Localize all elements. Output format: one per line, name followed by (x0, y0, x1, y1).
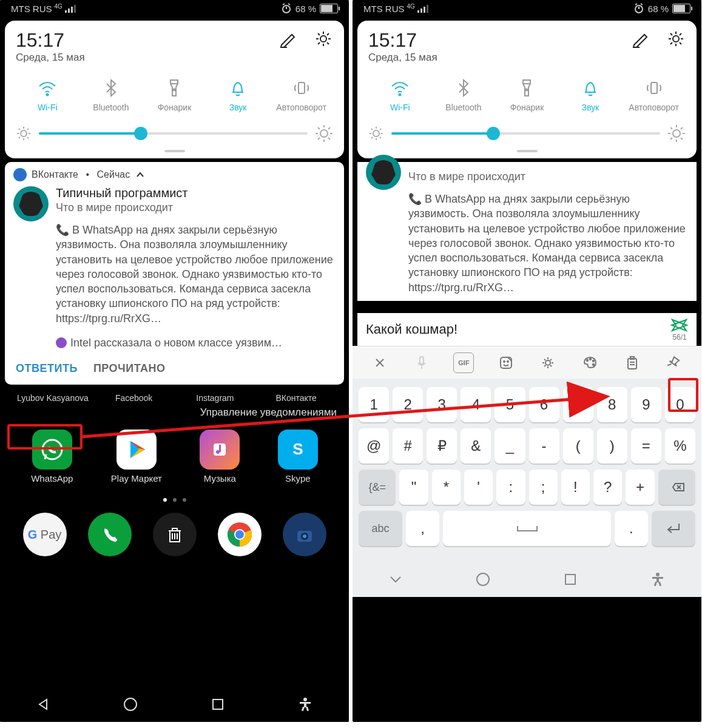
recent-icon[interactable] (211, 697, 225, 712)
qs-time: 15:17 (368, 29, 437, 52)
svg-rect-77 (654, 582, 657, 587)
notification-card[interactable]: ВКонтакте • Сейчас Типичный программист … (5, 162, 344, 385)
key-=[interactable]: = (631, 428, 661, 463)
svg-point-6 (47, 94, 49, 96)
key-backspace[interactable] (658, 470, 695, 505)
svg-line-42 (635, 4, 637, 5)
qs-flashlight[interactable]: Фонарик (495, 77, 559, 112)
key-+[interactable]: + (626, 470, 654, 505)
home-icon[interactable] (475, 571, 491, 587)
qs-bluetooth[interactable]: Bluetooth (79, 77, 143, 112)
char-counter: 56/1 (672, 333, 686, 342)
svg-rect-34 (213, 699, 223, 709)
kb-row-3: {&="*':;!?+ (359, 470, 695, 505)
svg-text:S: S (292, 440, 303, 458)
battery-icon (320, 4, 338, 13)
dock-gpay[interactable]: G Pay (23, 513, 67, 556)
back-icon[interactable] (36, 697, 50, 712)
svg-point-5 (320, 36, 326, 42)
wifi-icon (389, 77, 411, 99)
kb-clipboard-icon[interactable] (622, 352, 643, 373)
svg-point-11 (21, 130, 27, 136)
key-comma[interactable]: , (406, 511, 439, 546)
qs-wifi[interactable]: Wi-Fi (16, 77, 79, 112)
status-bar: MTS RUS 4G 68 % (0, 0, 349, 17)
bell-icon (579, 77, 601, 99)
svg-point-51 (373, 130, 379, 136)
key-symbols[interactable]: {&= (359, 470, 396, 505)
home-icon[interactable] (123, 696, 138, 712)
qs-autorotate[interactable]: Автоповорот (622, 77, 686, 112)
slider-knob[interactable] (134, 127, 147, 140)
network-badge: 4G (55, 3, 62, 10)
bluetooth-icon (453, 77, 474, 99)
qs-autorotate[interactable]: Автоповорот (269, 77, 333, 112)
key-;[interactable]: ; (529, 470, 558, 505)
recent-icon[interactable] (563, 572, 578, 587)
svg-point-59 (507, 361, 508, 362)
key-enter[interactable] (652, 511, 695, 546)
send-button[interactable]: 56/1 (666, 316, 693, 343)
settings-icon[interactable] (666, 29, 686, 49)
key-?[interactable]: ? (593, 470, 622, 505)
key-'[interactable]: ' (464, 470, 493, 505)
edit-icon[interactable] (631, 30, 649, 48)
signal-icon (65, 5, 76, 13)
svg-rect-7 (170, 80, 178, 84)
avatar (13, 186, 49, 221)
dock-camera[interactable] (283, 513, 326, 556)
brightness-low-icon (16, 126, 32, 141)
brightness-high-icon (667, 124, 686, 143)
dock-chrome[interactable] (218, 513, 262, 556)
notification-card-expanded[interactable]: Что в мире происходит 📞 В WhatsApp на дн… (357, 162, 697, 301)
nav-bar (0, 687, 349, 722)
qs-date: Среда, 15 мая (368, 52, 437, 64)
key-abc[interactable]: abc (359, 511, 402, 546)
panel-handle[interactable] (164, 150, 185, 152)
accessibility-icon[interactable] (297, 696, 313, 712)
brightness-slider[interactable] (16, 124, 333, 143)
qs-sound[interactable]: Звук (559, 77, 623, 112)
carrier-label: MTS RUS (11, 4, 52, 14)
slider-track[interactable] (39, 132, 308, 135)
dock-trash[interactable] (153, 513, 197, 556)
edit-icon[interactable] (278, 30, 297, 48)
accessibility-icon[interactable] (650, 571, 666, 587)
rotate-icon (643, 77, 665, 99)
left-phone: MTS RUS 4G 68 % 15:17 Среда, 15 мая (0, 0, 349, 722)
notif-body-text: 📞 В WhatsApp на днях закрыли серьёзную у… (408, 192, 688, 295)
panel-handle[interactable] (517, 150, 538, 152)
key-"[interactable]: " (399, 470, 428, 505)
qs-sound[interactable]: Звук (206, 77, 270, 112)
key-%[interactable]: % (665, 428, 695, 463)
key-![interactable]: ! (561, 470, 590, 505)
svg-point-46 (399, 94, 401, 96)
back-keyboard-icon[interactable] (388, 572, 403, 587)
kb-pin-icon[interactable] (664, 352, 684, 373)
svg-line-43 (641, 4, 643, 5)
key-9[interactable]: 9 (631, 387, 661, 422)
svg-point-62 (589, 358, 590, 359)
slider-knob[interactable] (487, 127, 500, 140)
key-:[interactable]: : (496, 470, 525, 505)
brightness-slider[interactable] (368, 124, 686, 143)
qs-wifi[interactable]: Wi-Fi (368, 77, 432, 112)
chevron-up-icon[interactable] (135, 169, 146, 180)
key-dot[interactable]: . (615, 511, 648, 546)
settings-icon[interactable] (314, 29, 333, 49)
dock-phone[interactable] (88, 513, 132, 556)
svg-rect-50 (651, 83, 657, 93)
key-0[interactable]: 0 (665, 387, 695, 422)
reply-input[interactable]: Какой кошмар! (361, 315, 661, 343)
app-whatsapp[interactable]: WhatsApp (31, 430, 73, 484)
quick-settings-panel[interactable]: 15:17 Среда, 15 мая Wi-Fi Bluetooth Фона… (357, 21, 697, 158)
qs-bluetooth[interactable]: Bluetooth (432, 77, 496, 112)
svg-rect-78 (658, 582, 661, 587)
reply-button[interactable]: ОТВЕТИТЬ (16, 362, 78, 375)
key-*[interactable]: * (432, 470, 461, 505)
quick-settings-panel[interactable]: 15:17 Среда, 15 мая Wi-Fi Bluetooth (5, 21, 344, 158)
key-space[interactable] (443, 511, 611, 546)
qs-wifi-label: Wi-Fi (38, 103, 58, 112)
carrier-label: MTS RUS (363, 4, 405, 14)
qs-flashlight[interactable]: Фонарик (143, 77, 206, 112)
